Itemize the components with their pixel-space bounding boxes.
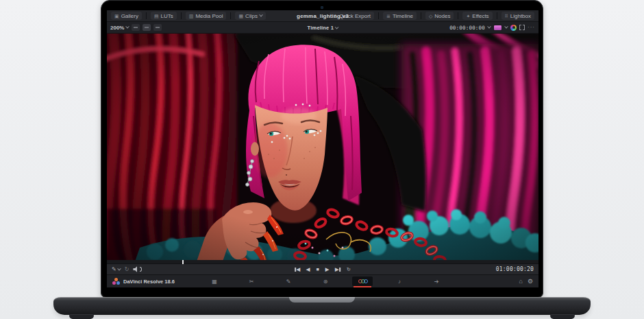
app-version-label: DaVinci Resolve 18.6 bbox=[123, 279, 175, 285]
page-fusion-button[interactable]: ⊛ bbox=[315, 276, 336, 286]
home-button[interactable]: ⌂ bbox=[519, 278, 522, 285]
divider bbox=[146, 12, 147, 19]
viewer-tool-button-2[interactable] bbox=[143, 24, 151, 31]
speaker-wave-icon bbox=[140, 267, 142, 272]
gallery-icon: ▣ bbox=[114, 14, 119, 19]
settings-button[interactable]: ⚙ bbox=[528, 278, 533, 285]
clips-icon: ▦ bbox=[238, 14, 243, 19]
deliver-icon: ➔ bbox=[434, 279, 439, 285]
source-timecode: 00:00:00:00 bbox=[449, 25, 485, 31]
play-reverse-button[interactable]: ◀ bbox=[306, 267, 310, 272]
page-cut-button[interactable]: ✂ bbox=[241, 276, 262, 286]
page-fairlight-button[interactable]: ♪ bbox=[389, 276, 410, 286]
divider bbox=[181, 12, 182, 19]
loop-icon[interactable]: ↻ bbox=[125, 267, 129, 272]
nodes-icon: ◇ bbox=[429, 14, 432, 19]
skip-end-button[interactable]: ▶ bbox=[335, 267, 340, 272]
expand-viewer-icon[interactable] bbox=[519, 25, 525, 30]
webcam-icon bbox=[321, 6, 323, 9]
top-toolbar: ▣ Gallery ▤ LUTs ▥ Media Pool bbox=[107, 10, 538, 22]
viewer-tool-button-3[interactable] bbox=[153, 24, 162, 31]
lightbox-icon: ⠿ bbox=[505, 14, 508, 19]
luts-button[interactable]: ▤ LUTs bbox=[151, 12, 177, 20]
audio-mute-button[interactable] bbox=[133, 266, 142, 272]
viewer-tool-button-1[interactable] bbox=[132, 24, 140, 31]
timeline-view-button[interactable]: ≣ Timeline bbox=[383, 12, 417, 20]
zoom-level-select[interactable]: 200% bbox=[110, 25, 129, 31]
lid-notch bbox=[289, 297, 355, 303]
clip-color-icon[interactable] bbox=[493, 25, 502, 31]
annotate-tool-button[interactable]: ✎ bbox=[112, 267, 121, 272]
color-wheels-icon bbox=[358, 279, 367, 284]
project-title: gemma_lighting.v3 bbox=[297, 13, 349, 19]
color-wheel-icon[interactable] bbox=[510, 25, 517, 31]
laptop-screen: ▣ Gallery ▤ LUTs ▥ Media Pool bbox=[101, 0, 543, 298]
divider bbox=[421, 12, 421, 19]
divider bbox=[230, 12, 231, 19]
speaker-icon bbox=[133, 266, 139, 272]
chevron-down-icon bbox=[126, 25, 130, 29]
vignette bbox=[107, 34, 538, 260]
page-edit-button[interactable]: ✎ bbox=[278, 276, 299, 286]
divider bbox=[458, 12, 458, 19]
clips-button[interactable]: ▦ Clips bbox=[235, 12, 265, 20]
macbook-pro: ▣ Gallery ▤ LUTs ▥ Media Pool bbox=[0, 0, 644, 319]
lightbox-button[interactable]: ⠿ Lightbox bbox=[501, 12, 534, 20]
laptop-foot-left bbox=[69, 314, 94, 319]
chevron-down-icon bbox=[259, 13, 263, 17]
transport-bar: ✎ ↻ ◀ ◀ ■ ▶ ▶ ↻ bbox=[107, 264, 538, 275]
gallery-button[interactable]: ▣ Gallery bbox=[111, 12, 142, 20]
viewer-image[interactable] bbox=[107, 34, 538, 260]
skip-start-button[interactable]: ◀ bbox=[295, 267, 300, 272]
timeline-selector[interactable]: Timeline 1 bbox=[308, 25, 338, 31]
nodes-button[interactable]: ◇ Nodes bbox=[425, 12, 454, 20]
davinci-resolve-window: ▣ Gallery ▤ LUTs ▥ Media Pool bbox=[107, 10, 538, 287]
edit-icon: ✎ bbox=[286, 279, 291, 285]
play-button[interactable]: ▶ bbox=[325, 267, 329, 272]
luts-icon: ▤ bbox=[154, 14, 159, 19]
stop-button[interactable]: ■ bbox=[316, 267, 319, 272]
loop-playback-button[interactable]: ↻ bbox=[347, 267, 351, 272]
media-pool-button[interactable]: ▥ Media Pool bbox=[186, 12, 227, 20]
effects-icon: ✦ bbox=[466, 14, 470, 19]
record-timecode: 01:00:00:20 bbox=[496, 266, 534, 272]
fairlight-icon: ♪ bbox=[398, 279, 401, 285]
page-deliver-button[interactable]: ➔ bbox=[426, 276, 447, 286]
effects-button[interactable]: ✦ Effects bbox=[462, 12, 492, 20]
page-media-button[interactable]: ▦ bbox=[204, 276, 225, 286]
media-pool-icon: ▥ bbox=[189, 14, 194, 19]
laptop-base bbox=[53, 297, 591, 315]
viewer-toolbar: 200% Timeline 1 00:00:00:00 bbox=[107, 22, 538, 34]
page-bar: DaVinci Resolve 18.6 ▦ ✂ ✎ ⊛ ♪ ➔ ⌂ ⚙ bbox=[107, 275, 538, 287]
timeline-icon: ≣ bbox=[386, 14, 391, 19]
chevron-down-icon bbox=[117, 266, 121, 270]
cut-icon: ✂ bbox=[249, 279, 254, 285]
divider bbox=[497, 12, 497, 19]
chevron-down-icon bbox=[504, 25, 508, 29]
pencil-icon: ✎ bbox=[112, 267, 116, 272]
chevron-down-icon bbox=[487, 25, 491, 29]
laptop-foot-right bbox=[550, 314, 575, 319]
chevron-down-icon bbox=[335, 25, 339, 29]
fusion-icon: ⊛ bbox=[323, 279, 328, 285]
page-color-button[interactable] bbox=[352, 276, 373, 286]
media-icon: ▦ bbox=[212, 279, 217, 285]
davinci-resolve-logo-icon bbox=[112, 278, 120, 285]
divider bbox=[378, 12, 379, 19]
